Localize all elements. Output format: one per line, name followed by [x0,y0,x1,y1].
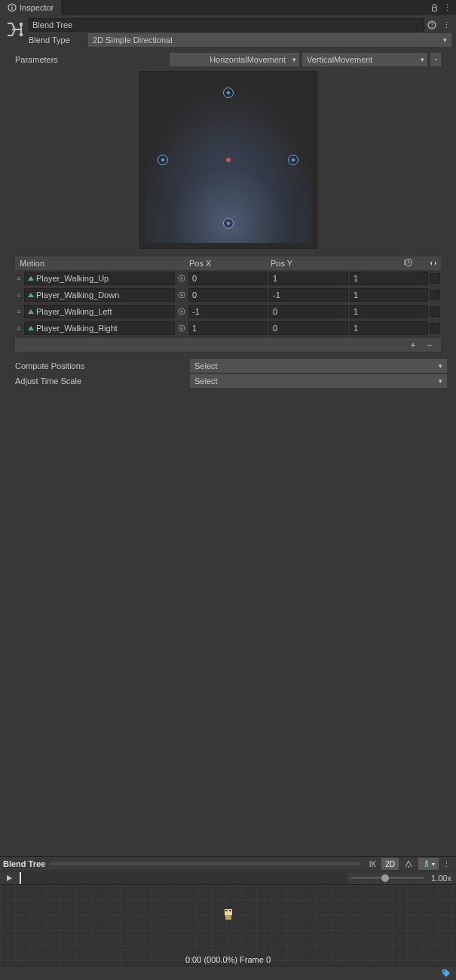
blend-tree-icon [5,18,24,41]
play-button[interactable] [2,872,17,884]
help-icon[interactable] [427,20,438,29]
posx-input[interactable] [188,305,268,318]
motion-name: Player_Walking_Down [36,290,119,300]
compute-positions-label: Compute Positions [15,361,190,370]
header: ⋮ Blend Type 2D Simple Directional [0,15,456,50]
object-picker-icon[interactable] [176,288,187,302]
svg-point-8 [435,59,436,60]
2d-toggle[interactable]: 2D [381,858,399,870]
motion-row[interactable]: ≡Player_Walking_Up [15,270,441,287]
speed-value: 1.00x [427,874,454,883]
preview-scrubber[interactable] [20,872,347,884]
svg-point-18 [408,866,409,868]
blend-node-right[interactable] [288,155,298,165]
ik-toggle[interactable]: IK [366,858,380,870]
parameter-y-value: VerticalMovement [307,55,372,64]
tab-title: Inspector [20,3,54,12]
speed-slider[interactable] [350,872,424,884]
mirror-checkbox[interactable] [430,273,440,284]
lock-icon[interactable] [430,4,439,12]
posy-input[interactable] [269,321,348,335]
svg-point-13 [181,294,183,296]
motion-table: Motion Pos X Pos Y ≡Player_Walking_Up≡Pl… [15,257,441,352]
add-motion-button[interactable]: + [408,340,418,349]
object-picker-icon[interactable] [176,272,187,285]
compute-positions-dropdown[interactable]: Select [190,359,447,373]
posy-input[interactable] [269,272,348,285]
object-picker-icon[interactable] [176,321,187,335]
svg-rect-22 [229,910,231,911]
svg-rect-2 [11,5,12,6]
inspector-tab[interactable]: Inspector [0,0,61,15]
parameter-x-dropdown[interactable]: HorizontalMovement [170,53,299,66]
posy-input[interactable] [269,305,348,318]
preview-menu-icon[interactable]: ⋮ [440,859,453,869]
mirror-checkbox[interactable] [430,306,440,317]
motion-name: Player_Walking_Right [36,324,118,333]
preview-playbar: 1.00x [0,871,456,885]
blend-type-dropdown[interactable]: 2D Simple Directional [88,33,451,47]
motion-row[interactable]: ≡Player_Walking_Down [15,287,441,303]
drag-handle-icon[interactable]: ≡ [15,292,23,298]
motion-row[interactable]: ≡Player_Walking_Left [15,303,441,320]
drag-handle-icon[interactable]: ≡ [15,325,23,331]
blend-graph[interactable] [139,71,317,249]
preview-sprite [223,908,234,921]
posx-input[interactable] [188,272,268,285]
object-picker-icon[interactable] [176,305,187,318]
parameters-row: Parameters HorizontalMovement VerticalMo… [0,50,456,69]
posx-input[interactable] [188,288,268,302]
remove-motion-button[interactable]: − [424,340,435,349]
blend-tree-name-input[interactable] [29,18,424,32]
blend-sample-point[interactable] [226,158,231,162]
posy-input[interactable] [269,288,348,302]
parameter-x-value: HorizontalMovement [210,55,286,64]
blend-graph-container [0,69,456,250]
pivot-toggle[interactable] [400,858,417,870]
motion-row[interactable]: ≡Player_Walking_Right [15,320,441,336]
motion-name: Player_Walking_Left [36,307,112,316]
speed-input[interactable] [350,272,428,285]
posx-input[interactable] [188,321,268,335]
animation-clip-icon [28,309,34,314]
tab-bar: Inspector ⋮ [0,0,456,15]
blend-type-label: Blend Type [29,35,85,45]
avatar-toggle[interactable]: ▾ [418,858,439,870]
col-motion: Motion [15,259,186,268]
blend-node-up[interactable] [223,88,234,98]
preview-viewport[interactable]: 0:00 (000.0%) Frame 0 [0,885,456,966]
svg-rect-21 [225,910,228,911]
col-posx: Pos X [186,259,268,268]
drag-handle-icon[interactable]: ≡ [15,275,23,281]
kebab-menu-icon[interactable]: ⋮ [441,20,451,30]
parameter-options-button[interactable] [430,53,441,66]
motion-clip-field[interactable]: Player_Walking_Up [24,272,175,285]
svg-rect-3 [433,8,437,11]
preview-title: Blend Tree [3,859,45,868]
mirror-checkbox[interactable] [430,323,440,333]
adjust-time-scale-value: Select [194,376,218,386]
speed-input[interactable] [350,321,428,335]
svg-point-7 [431,26,432,27]
speed-input[interactable] [350,288,428,302]
blend-node-left[interactable] [158,155,168,165]
asset-label-icon[interactable] [441,968,451,978]
speed-input[interactable] [350,305,428,318]
parameter-y-dropdown[interactable]: VerticalMovement [302,53,427,66]
svg-point-17 [181,327,183,330]
drag-handle-icon[interactable]: ≡ [15,309,23,315]
motion-clip-field[interactable]: Player_Walking_Down [24,288,175,302]
motion-table-footer: + − [15,338,441,352]
motion-clip-field[interactable]: Player_Walking_Right [24,321,175,335]
mirror-checkbox[interactable] [430,290,440,300]
blend-node-down[interactable] [223,218,234,229]
motion-clip-field[interactable]: Player_Walking_Left [24,305,175,318]
adjust-time-scale-dropdown[interactable]: Select [190,374,447,388]
motion-table-header: Motion Pos X Pos Y [15,257,441,270]
svg-point-15 [181,311,183,313]
col-mirror-icon [429,259,441,268]
preview-divider[interactable] [50,862,361,865]
svg-point-11 [181,278,183,280]
animation-clip-icon [28,276,34,281]
kebab-menu-icon[interactable]: ⋮ [443,3,451,13]
